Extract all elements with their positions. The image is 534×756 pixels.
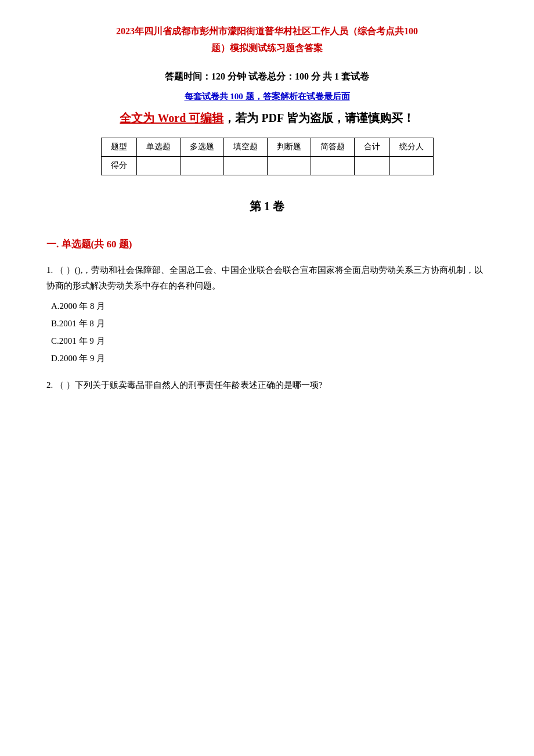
word-notice: 全文为 Word 可编辑，若为 PDF 皆为盗版，请谨慎购买！ — [46, 110, 488, 126]
option-1d: D.2000 年 9 月 — [51, 350, 488, 367]
score-fill — [223, 156, 267, 175]
score-table: 题型 单选题 多选题 填空题 判断题 简答题 合计 统分人 得分 — [101, 138, 434, 175]
option-1c: C.2001 年 9 月 — [51, 332, 488, 350]
section-vol: 第 1 卷 — [46, 199, 488, 214]
score-label: 得分 — [101, 156, 136, 175]
exam-notice: 每套试卷共 100 题，答案解析在试卷最后面 — [46, 91, 488, 102]
question-1-number: 1. — [46, 265, 55, 275]
score-judge — [267, 156, 311, 175]
score-multi — [180, 156, 223, 175]
score-total — [354, 156, 389, 175]
exam-info-text: 答题时间：120 分钟 试卷总分：100 分 共 1 套试卷 — [165, 71, 369, 81]
table-score-row: 得分 — [101, 156, 433, 175]
option-1a: A.2000 年 8 月 — [51, 297, 488, 315]
word-notice-red: 全文为 Word 可编辑 — [120, 111, 223, 124]
col-fill: 填空题 — [223, 138, 267, 156]
vol-label: 第 1 卷 — [250, 200, 284, 213]
score-scorer — [389, 156, 433, 175]
title-line1: 2023年四川省成都市彭州市濛阳街道普华村社区工作人员（综合考点共100 — [116, 26, 418, 36]
question-2-content: （ ）下列关于贩卖毒品罪自然人的刑事责任年龄表述正确的是哪一项? — [55, 380, 322, 390]
table-header-row: 题型 单选题 多选题 填空题 判断题 简答题 合计 统分人 — [101, 138, 433, 156]
col-total: 合计 — [354, 138, 389, 156]
page-title: 2023年四川省成都市彭州市濛阳街道普华村社区工作人员（综合考点共100 题）模… — [46, 23, 488, 57]
section-single-label: 一. 单选题(共 60 题) — [46, 239, 132, 250]
col-single: 单选题 — [136, 138, 180, 156]
exam-info: 答题时间：120 分钟 试卷总分：100 分 共 1 套试卷 — [46, 71, 488, 83]
question-1-options: A.2000 年 8 月 B.2001 年 8 月 C.2001 年 9 月 D… — [51, 297, 488, 367]
question-1: 1. （ ）(),，劳动和社会保障部、全国总工会、中国企业联合会联合宣布国家将全… — [46, 262, 488, 367]
col-multi: 多选题 — [180, 138, 223, 156]
score-short — [311, 156, 354, 175]
score-table-container: 题型 单选题 多选题 填空题 判断题 简答题 合计 统分人 得分 — [46, 138, 488, 175]
col-tixing: 题型 — [101, 138, 136, 156]
col-judge: 判断题 — [267, 138, 311, 156]
question-2-number: 2. — [46, 380, 55, 390]
question-2: 2. （ ）下列关于贩卖毒品罪自然人的刑事责任年龄表述正确的是哪一项? — [46, 377, 488, 393]
question-1-content: （ ）(),，劳动和社会保障部、全国总工会、中国企业联合会联合宣布国家将全面启动… — [46, 265, 484, 290]
option-1b: B.2001 年 8 月 — [51, 315, 488, 332]
title-line2: 题）模拟测试练习题含答案 — [211, 43, 323, 53]
word-notice-black: ，若为 PDF 皆为盗版，请谨慎购买！ — [223, 111, 414, 124]
score-single — [136, 156, 180, 175]
section-single-title: 一. 单选题(共 60 题) — [46, 237, 488, 251]
col-short: 简答题 — [311, 138, 354, 156]
col-scorer: 统分人 — [389, 138, 433, 156]
notice-underline-text: 每套试卷共 100 题，答案解析在试卷最后面 — [185, 92, 350, 101]
